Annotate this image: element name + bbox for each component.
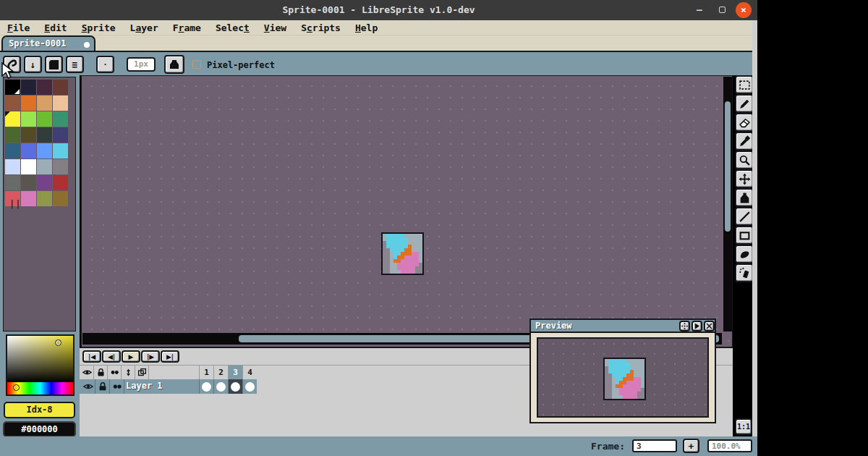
palette-swatch-8[interactable] bbox=[5, 111, 20, 127]
contour-tool[interactable] bbox=[735, 245, 754, 263]
duplicate-layer-button[interactable] bbox=[136, 366, 149, 379]
palette-swatch-1[interactable] bbox=[21, 80, 36, 95]
eye-toggle-all[interactable] bbox=[81, 366, 94, 379]
palette-swatch-26[interactable] bbox=[37, 175, 52, 190]
palette-swatch-7[interactable] bbox=[53, 96, 68, 111]
palette-swatch-24[interactable] bbox=[5, 175, 20, 190]
rectangular-marquee-tool[interactable] bbox=[735, 75, 754, 94]
palette-swatch-6[interactable] bbox=[37, 96, 52, 111]
first-frame-button[interactable]: |◀ bbox=[82, 350, 101, 363]
palette-swatch-10[interactable] bbox=[37, 111, 52, 127]
palette-swatch-30[interactable] bbox=[37, 191, 52, 206]
lock-toggle-all[interactable] bbox=[95, 366, 108, 379]
paint-bucket-tool[interactable] bbox=[735, 188, 754, 207]
frame-header-4[interactable]: 4 bbox=[242, 366, 257, 379]
preview-viewport[interactable] bbox=[537, 337, 709, 418]
spray-tool[interactable] bbox=[735, 263, 754, 282]
palette-swatch-31[interactable] bbox=[53, 191, 68, 206]
minimize-button[interactable]: – bbox=[693, 4, 706, 16]
frame-header-1[interactable]: 1 bbox=[199, 366, 213, 379]
palette-swatch-27[interactable] bbox=[53, 175, 68, 190]
preview-title-bar[interactable]: Preview bbox=[531, 320, 715, 333]
preview-window[interactable]: Preview bbox=[529, 318, 716, 423]
brush-preview-button[interactable]: · bbox=[96, 56, 114, 73]
preview-center-button[interactable] bbox=[679, 321, 690, 332]
layer-name[interactable]: Layer 1 bbox=[126, 381, 163, 391]
ink-type-button[interactable] bbox=[45, 56, 63, 73]
palette-swatch-4[interactable] bbox=[5, 96, 20, 111]
close-button[interactable]: × bbox=[736, 2, 752, 18]
palette-swatch-17[interactable] bbox=[21, 143, 36, 159]
menu-select[interactable]: Select bbox=[208, 21, 257, 36]
brush-dropdown-button[interactable]: ↓ bbox=[24, 56, 42, 73]
vertical-scrollbar-thumb[interactable] bbox=[725, 101, 731, 232]
palette-swatch-5[interactable] bbox=[21, 96, 36, 111]
palette-swatch-11[interactable] bbox=[53, 111, 68, 127]
hue-bar[interactable] bbox=[7, 382, 73, 394]
palette-resize-handle[interactable]: || bbox=[9, 199, 21, 209]
palette-swatch-19[interactable] bbox=[53, 143, 68, 159]
background-color-button[interactable]: #000000 bbox=[3, 421, 76, 437]
palette-swatch-13[interactable] bbox=[21, 127, 36, 143]
palette-swatch-15[interactable] bbox=[53, 127, 68, 143]
ink-bottle-button[interactable] bbox=[164, 55, 184, 74]
last-frame-button[interactable]: ▶| bbox=[161, 350, 179, 363]
frame-header-2[interactable]: 2 bbox=[213, 366, 228, 379]
palette-swatch-18[interactable] bbox=[37, 143, 52, 159]
hue-marker[interactable] bbox=[13, 384, 20, 391]
menu-view[interactable]: View bbox=[257, 21, 294, 36]
palette-swatch-21[interactable] bbox=[21, 159, 36, 174]
menu-edit[interactable]: Edit bbox=[37, 21, 74, 36]
zoom-level-input[interactable]: 100.0% bbox=[707, 439, 752, 452]
preview-play-button[interactable] bbox=[692, 321, 702, 332]
palette-swatch-20[interactable] bbox=[5, 159, 20, 174]
ink-options-button[interactable]: ≡ bbox=[66, 56, 84, 73]
foreground-color-button[interactable]: Idx-8 bbox=[4, 402, 75, 418]
palette-swatch-12[interactable] bbox=[5, 127, 20, 143]
preview-close-button[interactable] bbox=[704, 321, 715, 332]
cel-frame-3[interactable] bbox=[228, 379, 242, 394]
layer-lock-toggle[interactable] bbox=[95, 379, 110, 394]
palette-swatch-3[interactable] bbox=[53, 80, 68, 95]
pencil-tool[interactable] bbox=[735, 94, 754, 113]
zoom-tool[interactable] bbox=[735, 151, 754, 169]
play-button[interactable]: ▶ bbox=[122, 350, 140, 363]
palette-swatch-29[interactable] bbox=[21, 191, 36, 206]
cel-frame-4[interactable] bbox=[242, 379, 257, 394]
frame-number-input[interactable]: 3 bbox=[632, 439, 677, 452]
menu-frame[interactable]: Frame bbox=[166, 21, 208, 36]
menu-help[interactable]: Help bbox=[348, 21, 385, 36]
palette-swatch-14[interactable] bbox=[37, 127, 52, 143]
brush-size-input[interactable]: 1px bbox=[127, 57, 156, 72]
palette-swatch-0[interactable] bbox=[5, 80, 20, 95]
cel-frame-1[interactable] bbox=[199, 379, 213, 394]
rectangle-tool[interactable] bbox=[735, 226, 754, 245]
eyedropper-tool[interactable] bbox=[735, 132, 754, 151]
add-frame-button[interactable]: + bbox=[683, 439, 699, 453]
menu-file[interactable]: File bbox=[0, 21, 37, 36]
vertical-scrollbar[interactable] bbox=[723, 77, 732, 332]
menu-scripts[interactable]: Scripts bbox=[294, 21, 348, 36]
palette-swatch-9[interactable] bbox=[21, 111, 36, 127]
pixel-perfect-checkbox[interactable] bbox=[192, 60, 201, 69]
one-to-one-zoom-button[interactable]: 1:1 bbox=[735, 418, 752, 435]
palette-swatch-2[interactable] bbox=[37, 80, 52, 95]
move-tool[interactable] bbox=[735, 169, 754, 188]
maximize-button[interactable] bbox=[719, 7, 726, 13]
frame-header-3[interactable]: 3 bbox=[228, 366, 242, 379]
sprite-on-canvas[interactable] bbox=[381, 232, 424, 275]
line-tool[interactable] bbox=[735, 207, 754, 226]
tab-sprite-0001[interactable]: Sprite-0001 bbox=[1, 35, 95, 51]
sort-layers-button[interactable] bbox=[122, 366, 135, 379]
sv-marker[interactable] bbox=[55, 339, 61, 346]
palette-swatch-22[interactable] bbox=[37, 159, 52, 174]
cel-frame-2[interactable] bbox=[213, 379, 228, 394]
menu-layer[interactable]: Layer bbox=[123, 21, 166, 36]
layer-eye-toggle[interactable] bbox=[81, 379, 95, 394]
saturation-value-area[interactable] bbox=[7, 336, 73, 382]
eraser-tool[interactable] bbox=[735, 113, 754, 132]
editor-canvas[interactable] bbox=[81, 75, 733, 347]
menu-sprite[interactable]: Sprite bbox=[75, 21, 123, 36]
palette-swatch-23[interactable] bbox=[53, 159, 68, 174]
layer-onion-toggle[interactable] bbox=[110, 379, 124, 394]
